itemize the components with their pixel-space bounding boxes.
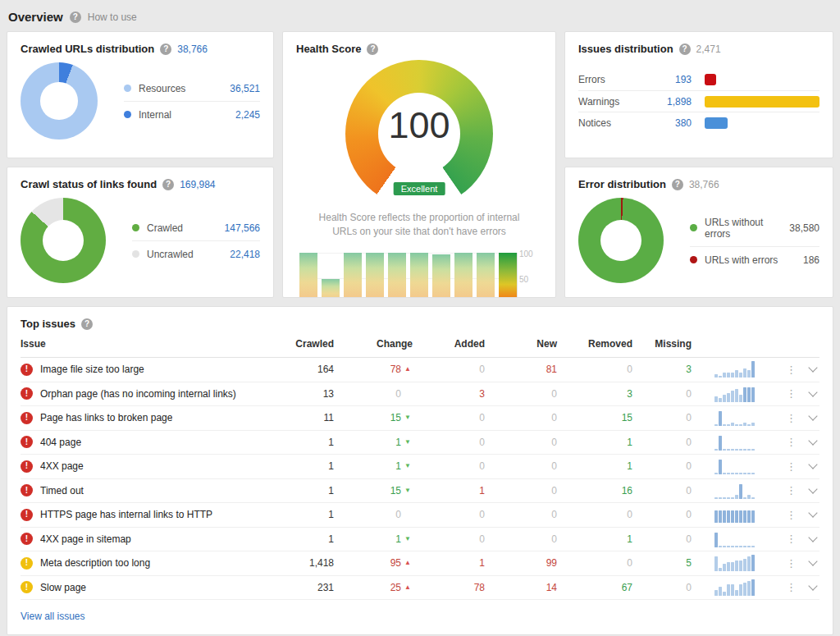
chevron-down-icon[interactable] bbox=[808, 557, 817, 566]
table-row[interactable]: !404 page11▼0010⋮ bbox=[21, 431, 819, 455]
removed-value: 0 bbox=[557, 509, 632, 520]
kebab-menu-icon[interactable]: ⋮ bbox=[786, 582, 797, 593]
row-actions: ⋮ bbox=[775, 461, 819, 472]
trend-bar[interactable] bbox=[410, 253, 428, 298]
table-row[interactable]: !Slow page23125▲7814670⋮ bbox=[21, 576, 819, 601]
error-icon: ! bbox=[21, 364, 33, 376]
how-to-use-link[interactable]: How to use bbox=[88, 11, 137, 23]
issue-label[interactable]: Orphan page (has no incoming internal li… bbox=[40, 388, 236, 400]
help-icon[interactable]: ? bbox=[70, 11, 81, 23]
col-header-actions bbox=[775, 336, 819, 351]
chevron-down-icon[interactable] bbox=[808, 364, 817, 373]
severity-count[interactable]: 193 bbox=[646, 74, 692, 85]
help-icon[interactable]: ? bbox=[160, 43, 171, 55]
issue-label[interactable]: Timed out bbox=[40, 485, 84, 496]
sparkline-bar bbox=[735, 510, 738, 524]
severity-bar bbox=[705, 117, 728, 129]
kebab-menu-icon[interactable]: ⋮ bbox=[786, 558, 797, 569]
warning-icon: ! bbox=[21, 557, 33, 570]
kebab-menu-icon[interactable]: ⋮ bbox=[786, 388, 797, 399]
col-header-change[interactable]: Change bbox=[334, 330, 413, 357]
col-header-crawled[interactable]: Crawled bbox=[283, 330, 334, 357]
kebab-menu-icon[interactable]: ⋮ bbox=[786, 437, 797, 447]
card-total[interactable]: 38,766 bbox=[177, 43, 208, 55]
chevron-down-icon[interactable] bbox=[808, 436, 817, 445]
trend-bar[interactable] bbox=[322, 279, 340, 298]
trend-bar[interactable] bbox=[432, 254, 450, 298]
chevron-down-icon[interactable] bbox=[808, 484, 817, 493]
card-total: 2,471 bbox=[696, 43, 721, 55]
kebab-menu-icon[interactable]: ⋮ bbox=[786, 364, 797, 375]
kebab-menu-icon[interactable]: ⋮ bbox=[786, 510, 797, 520]
view-all-issues-link[interactable]: View all issues bbox=[21, 600, 84, 629]
trend-bar[interactable] bbox=[454, 253, 472, 298]
table-body: !Image file size too large16478▲08103⋮!O… bbox=[21, 358, 819, 600]
trend-bar[interactable] bbox=[344, 253, 362, 298]
added-value: 0 bbox=[413, 364, 485, 375]
added-value: 78 bbox=[413, 582, 485, 593]
table-row[interactable]: !Page has links to broken page1115▼00150… bbox=[21, 406, 819, 431]
removed-value: 67 bbox=[557, 582, 632, 593]
issue-label[interactable]: 4XX page bbox=[40, 460, 84, 472]
trend-bar[interactable] bbox=[477, 253, 495, 298]
health-score-badge: Excellent bbox=[394, 182, 445, 195]
help-icon[interactable]: ? bbox=[81, 318, 93, 330]
missing-value: 0 bbox=[632, 533, 692, 545]
trend-bar[interactable] bbox=[388, 253, 406, 298]
issue-label[interactable]: HTTPS page has internal links to HTTP bbox=[40, 509, 212, 520]
trend-bar[interactable] bbox=[299, 253, 317, 298]
trend-bar[interactable] bbox=[366, 253, 384, 298]
severity-count[interactable]: 380 bbox=[646, 117, 692, 129]
chevron-down-icon[interactable] bbox=[808, 460, 817, 469]
help-icon[interactable]: ? bbox=[672, 179, 683, 190]
kebab-menu-icon[interactable]: ⋮ bbox=[786, 461, 797, 472]
legend-dot-icon bbox=[124, 85, 131, 92]
bar-track bbox=[705, 117, 819, 129]
kebab-menu-icon[interactable]: ⋮ bbox=[786, 485, 797, 496]
sparkline-bar bbox=[719, 460, 722, 474]
chevron-down-icon[interactable] bbox=[808, 387, 817, 396]
change-value: 78 bbox=[390, 364, 401, 375]
issue-label[interactable]: Page has links to broken page bbox=[40, 412, 172, 423]
help-icon[interactable]: ? bbox=[367, 43, 378, 55]
issue-label[interactable]: Meta description too long bbox=[40, 557, 150, 569]
health-score-trend-chart[interactable]: 100500 5 May19 May2 Jun16 Jun30 Jun bbox=[296, 253, 541, 298]
change-value: 15 bbox=[390, 485, 401, 496]
col-header-issue[interactable]: Issue bbox=[21, 330, 283, 357]
table-row[interactable]: !HTTPS page has internal links to HTTP10… bbox=[21, 503, 819, 528]
card-total[interactable]: 169,984 bbox=[180, 179, 215, 190]
col-header-removed[interactable]: Removed bbox=[557, 330, 632, 357]
table-row[interactable]: !Orphan page (has no incoming internal l… bbox=[21, 382, 819, 407]
table-row[interactable]: !Image file size too large16478▲08103⋮ bbox=[21, 358, 819, 382]
chevron-down-icon[interactable] bbox=[808, 533, 817, 542]
issue-label[interactable]: 4XX page in sitemap bbox=[40, 533, 131, 545]
sparkline-bar bbox=[727, 584, 730, 595]
issue-label[interactable]: Slow page bbox=[40, 582, 86, 593]
chevron-down-icon[interactable] bbox=[808, 581, 817, 590]
table-row[interactable]: !4XX page in sitemap11▼0010⋮ bbox=[21, 528, 819, 552]
col-header-missing[interactable]: Missing bbox=[632, 330, 692, 357]
chevron-down-icon[interactable] bbox=[808, 412, 817, 421]
help-icon[interactable]: ? bbox=[162, 179, 174, 190]
row-actions: ⋮ bbox=[775, 437, 819, 447]
col-header-new[interactable]: New bbox=[485, 330, 557, 357]
sparkline-bar bbox=[743, 473, 746, 474]
table-row[interactable]: !Timed out115▼10160⋮ bbox=[21, 479, 819, 504]
severity-label: Notices bbox=[578, 117, 646, 129]
issue-label[interactable]: Image file size too large bbox=[40, 364, 144, 375]
chevron-down-icon[interactable] bbox=[808, 509, 817, 518]
legend-dot-icon bbox=[132, 250, 139, 258]
col-header-added[interactable]: Added bbox=[413, 330, 485, 357]
trend-bar[interactable] bbox=[499, 253, 517, 298]
history-sparkline bbox=[714, 483, 775, 499]
table-row[interactable]: !4XX page11▼0010⋮ bbox=[21, 455, 819, 479]
table-row[interactable]: !Meta description too long1,41895▲19905⋮ bbox=[21, 551, 819, 576]
kebab-menu-icon[interactable]: ⋮ bbox=[786, 413, 797, 423]
trend-up-icon: ▲ bbox=[404, 366, 413, 373]
kebab-menu-icon[interactable]: ⋮ bbox=[786, 533, 797, 544]
sparkline-bar bbox=[751, 510, 755, 524]
severity-count[interactable]: 1,898 bbox=[646, 96, 692, 108]
legend-label: Resources bbox=[139, 83, 230, 94]
issue-label[interactable]: 404 page bbox=[40, 437, 81, 448]
help-icon[interactable]: ? bbox=[679, 43, 691, 55]
